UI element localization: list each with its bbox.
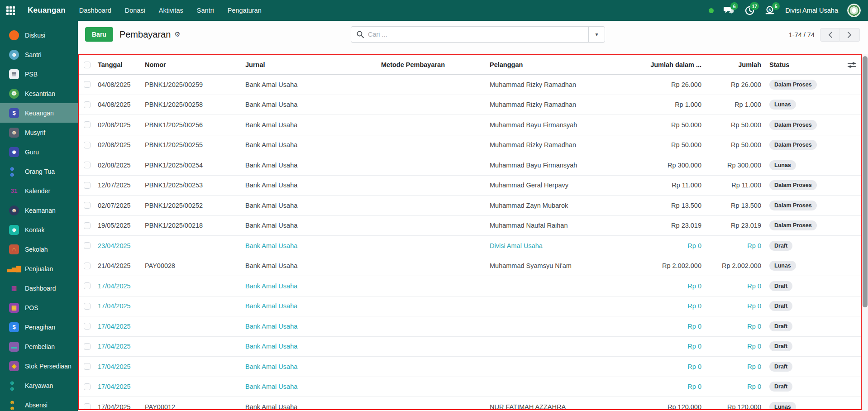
row-checkbox[interactable] [84, 81, 91, 88]
sidebar-item-karyawan[interactable]: ☻☻ Karyawan [0, 376, 78, 395]
cell-tanggal: 19/05/2025 [95, 222, 142, 229]
table-row[interactable]: 17/04/2025 Bank Amal Usaha Rp 0 Rp 0 Dra… [79, 316, 861, 337]
scrollbar-thumb[interactable] [863, 56, 868, 307]
table-row[interactable]: 17/04/2025 Bank Amal Usaha Rp 0 Rp 0 Dra… [79, 276, 861, 296]
sidebar-item-santri[interactable]: ☻ Santri [0, 45, 78, 64]
search-input[interactable] [368, 31, 588, 38]
row-checkbox[interactable] [84, 282, 91, 289]
cell-tanggal: 17/04/2025 [95, 282, 142, 290]
apps-grid-icon[interactable] [6, 6, 15, 15]
cell-pelanggan: Muhammad Syamsyu Ni'am [487, 262, 601, 269]
nav-menu-aktivitas[interactable]: Aktivitas [159, 7, 183, 14]
table-row[interactable]: 17/04/2025 Bank Amal Usaha Rp 0 Rp 0 Dra… [79, 337, 861, 357]
nav-menu-pengaturan[interactable]: Pengaturan [228, 7, 262, 14]
search-dropdown-toggle[interactable]: ▾ [588, 27, 605, 42]
sidebar-item-dashboard[interactable]: ▦ Dashboard [0, 278, 78, 298]
pager-previous-button[interactable] [820, 28, 840, 42]
row-checkbox[interactable] [84, 142, 91, 148]
row-checkbox[interactable] [84, 363, 91, 370]
pesantren-logo-icon: ❁ [9, 89, 19, 99]
new-button[interactable]: Baru [85, 27, 113, 42]
row-checkbox[interactable] [84, 403, 91, 410]
pager-next-button[interactable] [840, 28, 860, 42]
sidebar-item-keuangan[interactable]: $ Keuangan [0, 103, 78, 123]
vertical-scrollbar[interactable] [862, 54, 868, 411]
cell-pelanggan: NUR FATIMAH AZZAHRA [487, 403, 601, 410]
cell-jurnal: Bank Amal Usaha [243, 101, 378, 108]
table-row[interactable]: 02/08/2025 PBNK1/2025/00256 Bank Amal Us… [79, 115, 861, 135]
sidebar-item-pembelian[interactable]: ▬ Pembelian [0, 337, 78, 356]
row-checkbox[interactable] [84, 121, 91, 128]
header-metode-pembayaran[interactable]: Metode Pembayaran [378, 61, 487, 68]
row-checkbox[interactable] [84, 242, 91, 249]
row-checkbox[interactable] [84, 202, 91, 209]
app-brand[interactable]: Keuangan [28, 6, 66, 15]
table-row[interactable]: 17/04/2025 Bank Amal Usaha Rp 0 Rp 0 Dra… [79, 357, 861, 377]
sidebar-item-musyrif[interactable]: ☻ Musyrif [0, 123, 78, 142]
sidebar-item-diskusi[interactable]: Diskusi [0, 25, 78, 45]
payments-button[interactable]: $ 5 [764, 5, 776, 16]
table-row[interactable]: 04/08/2025 PBNK1/2025/00259 Bank Amal Us… [79, 75, 861, 95]
nav-menu-dashboard[interactable]: Dashboard [79, 7, 111, 14]
row-checkbox[interactable] [84, 383, 91, 390]
row-checkbox-cell [79, 242, 95, 249]
sidebar-item-absensi[interactable]: ☻☻ Absensi [0, 395, 78, 411]
nav-menu-santri[interactable]: Santri [197, 7, 214, 14]
cell-jurnal: Bank Amal Usaha [243, 81, 378, 88]
nav-menu-donasi[interactable]: Donasi [125, 7, 145, 14]
optional-columns-icon[interactable] [848, 62, 856, 68]
sidebar-item-kontak[interactable]: ☻ Kontak [0, 220, 78, 239]
row-checkbox[interactable] [84, 323, 91, 330]
row-checkbox[interactable] [84, 303, 91, 310]
sidebar-item-penjualan[interactable]: ▃▅▇ Penjualan [0, 259, 78, 278]
select-all-checkbox[interactable] [84, 62, 91, 68]
row-checkbox[interactable] [84, 162, 91, 168]
header-status[interactable]: Status [769, 61, 789, 68]
table-row[interactable]: 02/08/2025 PBNK1/2025/00255 Bank Amal Us… [79, 135, 861, 156]
sidebar-item-keamanan[interactable]: ☻ Keamanan [0, 201, 78, 220]
sidebar-item-orang-tua[interactable]: ☻☻ Orang Tua [0, 162, 78, 181]
sidebar-item-stok-persediaan[interactable]: ◆ Stok Persediaan [0, 356, 78, 376]
table-row[interactable]: 21/04/2025 PAY00028 Bank Amal Usaha Muha… [79, 256, 861, 277]
table-row[interactable]: 23/04/2025 Bank Amal Usaha Divisi Amal U… [79, 236, 861, 256]
status-badge: Draft [769, 341, 792, 351]
sidebar-item-label: Musyrif [25, 129, 45, 136]
row-checkbox[interactable] [84, 343, 91, 350]
header-jumlah[interactable]: Jumlah [704, 61, 764, 68]
cell-nomor: PBNK1/2025/00254 [142, 162, 243, 169]
sidebar-item-penagihan[interactable]: $ Penagihan [0, 317, 78, 337]
sidebar-item-sekolah[interactable]: ⌂ Sekolah [0, 239, 78, 259]
user-name[interactable]: Divisi Amal Usaha [785, 7, 838, 14]
sidebar-item-kesantrian[interactable]: ❁ Kesantrian [0, 84, 78, 103]
table-row[interactable]: 19/05/2025 PBNK1/2025/00218 Bank Amal Us… [79, 216, 861, 236]
table-row[interactable]: 17/04/2025 Bank Amal Usaha Rp 0 Rp 0 Dra… [79, 377, 861, 397]
sidebar-item-guru[interactable]: ☻ Guru [0, 142, 78, 162]
messages-button[interactable]: 6 [723, 5, 734, 16]
table-row[interactable]: 12/07/2025 PBNK1/2025/00253 Bank Amal Us… [79, 176, 861, 196]
row-checkbox[interactable] [84, 263, 91, 269]
activities-button[interactable]: 17 [744, 5, 755, 16]
header-tanggal[interactable]: Tanggal [95, 61, 142, 68]
header-nomor[interactable]: Nomor [142, 61, 243, 68]
table-row[interactable]: 02/07/2025 PBNK1/2025/00252 Bank Amal Us… [79, 196, 861, 216]
table-row[interactable]: 17/04/2025 Bank Amal Usaha Rp 0 Rp 0 Dra… [79, 296, 861, 317]
sidebar-item-pos[interactable]: ▤ POS [0, 298, 78, 317]
payments-count-badge: 5 [772, 2, 780, 10]
sidebar-item-label: Orang Tua [25, 168, 55, 175]
table-row[interactable]: 17/04/2025 PAY00012 Bank Amal Usaha NUR … [79, 397, 861, 410]
row-checkbox[interactable] [84, 222, 91, 229]
header-pelanggan[interactable]: Pelanggan [487, 61, 601, 68]
cell-jumlah: Rp 50.000 [704, 121, 764, 129]
cell-nomor: PBNK1/2025/00256 [142, 121, 243, 129]
avatar[interactable] [847, 4, 861, 17]
gear-icon[interactable]: ⚙ [174, 30, 180, 38]
table-row[interactable]: 04/08/2025 PBNK1/2025/00258 Bank Amal Us… [79, 95, 861, 115]
table-row[interactable]: 02/08/2025 PBNK1/2025/00254 Bank Amal Us… [79, 155, 861, 176]
row-checkbox[interactable] [84, 101, 91, 108]
row-checkbox[interactable] [84, 182, 91, 189]
teacher-icon: ☻ [9, 147, 19, 157]
header-jumlah-dalam[interactable]: Jumlah dalam ... [601, 61, 704, 68]
header-jurnal[interactable]: Jurnal [243, 61, 378, 68]
sidebar-item-kalender[interactable]: 31 Kalender [0, 181, 78, 201]
sidebar-item-psb[interactable]: ≣ PSB [0, 64, 78, 84]
